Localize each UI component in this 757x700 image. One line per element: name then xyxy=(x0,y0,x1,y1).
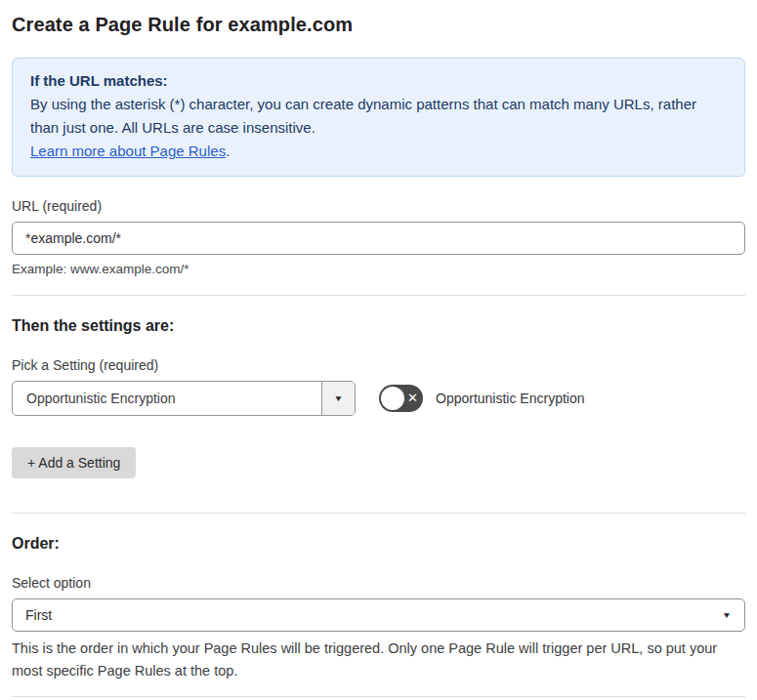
setting-dropdown-arrow-button[interactable]: ▼ xyxy=(321,382,355,415)
pick-setting-label: Pick a Setting (required) xyxy=(12,357,745,373)
info-box-body: By using the asterisk (*) character, you… xyxy=(30,93,714,140)
learn-more-link[interactable]: Learn more about Page Rules xyxy=(30,143,226,159)
divider-settings-order xyxy=(12,513,745,514)
order-select[interactable]: First ▼ xyxy=(12,598,745,632)
select-option-label: Select option xyxy=(12,575,745,591)
setting-dropdown-value: Opportunistic Encryption xyxy=(13,382,321,415)
url-match-info-box: If the URL matches: By using the asteris… xyxy=(12,58,745,177)
link-suffix: . xyxy=(226,143,230,159)
create-page-rule-panel: Create a Page Rule for example.com If th… xyxy=(0,0,757,700)
url-input[interactable] xyxy=(12,222,745,255)
info-link-line: Learn more about Page Rules. xyxy=(30,140,727,163)
order-section-heading: Order: xyxy=(12,535,745,553)
divider-footer xyxy=(12,696,745,697)
order-select-value: First xyxy=(25,607,52,623)
info-box-heading: If the URL matches: xyxy=(30,69,727,93)
url-field-label: URL (required) xyxy=(12,198,745,214)
setting-row: Opportunistic Encryption ▼ ✕ Opportunist… xyxy=(12,381,745,416)
settings-section-heading: Then the settings are: xyxy=(12,317,745,335)
add-setting-button[interactable]: + Add a Setting xyxy=(12,447,136,478)
setting-dropdown[interactable]: Opportunistic Encryption ▼ xyxy=(12,381,356,416)
toggle-knob xyxy=(381,387,404,410)
chevron-down-icon: ▼ xyxy=(334,394,344,403)
chevron-down-icon: ▼ xyxy=(722,611,732,620)
page-title: Create a Page Rule for example.com xyxy=(12,14,745,36)
toggle-label: Opportunistic Encryption xyxy=(436,391,585,406)
opportunistic-encryption-toggle[interactable]: ✕ xyxy=(379,385,423,412)
order-helper-text: This is the order in which your Page Rul… xyxy=(12,638,745,682)
divider-url-settings xyxy=(12,295,745,296)
x-icon: ✕ xyxy=(407,391,418,404)
url-example-helper: Example: www.example.com/* xyxy=(12,262,745,276)
